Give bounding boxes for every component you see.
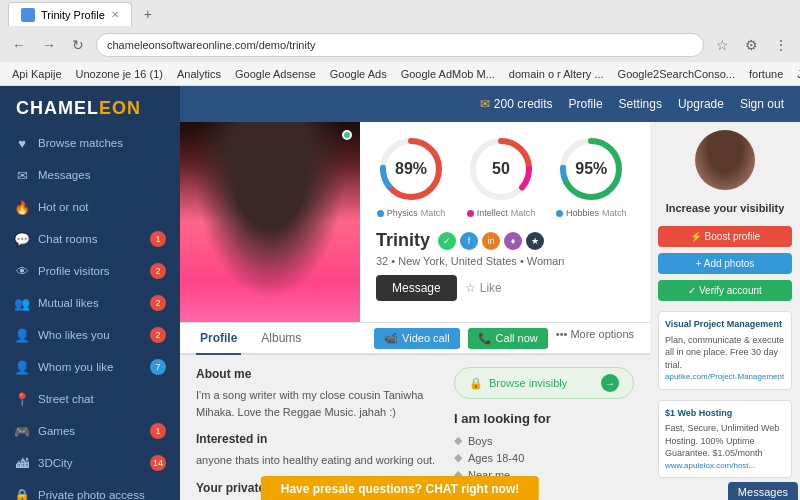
verify-account-btn[interactable]: ✓ Verify account: [658, 280, 792, 301]
sidebar-item-messages[interactable]: ✉ Messages: [0, 159, 180, 191]
bookmark-fortune[interactable]: fortune: [745, 68, 787, 80]
intellect-match: Match: [511, 208, 536, 218]
chat-rooms-badge: 1: [150, 231, 166, 247]
3dcity-badge: 14: [150, 455, 166, 471]
message-button[interactable]: Message: [376, 275, 457, 301]
sidebar-item-mutual-likes[interactable]: 👥 Mutual likes 2: [0, 287, 180, 319]
sidebar-item-chat-rooms[interactable]: 💬 Chat rooms 1: [0, 223, 180, 255]
sidebar-item-who-likes-you[interactable]: 👤 Who likes you 2: [0, 319, 180, 351]
chat-icon: 💬: [14, 231, 30, 247]
reload-btn[interactable]: ↻: [68, 35, 88, 55]
hobbies-text: Hobbies: [566, 208, 599, 218]
bookmark-adsense[interactable]: Google Adsense: [231, 68, 320, 80]
incognito-icon: 🔒: [469, 377, 483, 390]
more-options-btn[interactable]: ••• More options: [556, 328, 634, 349]
sidebar-item-games[interactable]: 🎮 Games 1: [0, 415, 180, 447]
bullet-2: ◆: [454, 451, 462, 464]
sidebar-label-visitors: Profile visitors: [38, 265, 110, 277]
bookmark-search[interactable]: Google2SearchConso...: [614, 68, 739, 80]
add-photos-btn[interactable]: + Add photos: [658, 253, 792, 274]
active-tab[interactable]: Trinity Profile ✕: [8, 2, 132, 26]
intellect-label: Intellect Match: [467, 208, 536, 218]
url-text: chameleonsoftwareonline.com/demo/trinity: [107, 39, 316, 51]
photo-silhouette: [180, 122, 360, 322]
menu-btn[interactable]: ⋮: [770, 35, 792, 55]
about-title: About me: [196, 367, 438, 381]
bullet-1: ◆: [454, 434, 462, 447]
messages-widget-btn[interactable]: Messages: [728, 482, 798, 500]
video-icon: 📹: [384, 332, 398, 345]
whom-badge: 7: [150, 359, 166, 375]
browse-invisibly-label: Browse invisibly: [489, 377, 567, 389]
who-likes-icon: 👤: [14, 327, 30, 343]
tab-albums[interactable]: Albums: [257, 323, 305, 355]
games-icon: 🎮: [14, 423, 30, 439]
back-btn[interactable]: ←: [8, 35, 30, 55]
social-icon-1[interactable]: ✓: [438, 232, 456, 250]
viewer-avatar: [695, 130, 755, 190]
sidebar-item-browse-matches[interactable]: ♥ Browse matches: [0, 127, 180, 159]
main-content: ✉ 200 credits Profile Settings Upgrade S…: [180, 86, 800, 500]
like-button[interactable]: ☆ Like: [465, 281, 502, 295]
boost-profile-btn[interactable]: ⚡ Boost profile: [658, 226, 792, 247]
bookmark-admob[interactable]: Google AdMob M...: [397, 68, 499, 80]
interested-title: Interested in: [196, 432, 438, 446]
bookmark-apis[interactable]: Api Kapije: [8, 68, 66, 80]
settings-link[interactable]: Settings: [619, 97, 662, 111]
sidebar-label-who: Who likes you: [38, 329, 110, 341]
upgrade-link[interactable]: Upgrade: [678, 97, 724, 111]
sidebar-item-profile-visitors[interactable]: 👁 Profile visitors 2: [0, 255, 180, 287]
tab-favicon: [21, 8, 35, 22]
social-icon-2[interactable]: f: [460, 232, 478, 250]
physics-label: Physics Match: [377, 208, 446, 218]
ad1-text: Plan, communicate & execute all in one p…: [665, 334, 785, 372]
bookmark-btn[interactable]: ☆: [712, 35, 733, 55]
sidebar-item-street-chat[interactable]: 📍 Street chat: [0, 383, 180, 415]
extensions-btn[interactable]: ⚙: [741, 35, 762, 55]
sidebar-label-3d: 3DCity: [38, 457, 73, 469]
bookmark-domain[interactable]: domain o r Altery ...: [505, 68, 608, 80]
coin-icon: ✉: [480, 97, 490, 111]
bookmark-ads[interactable]: Google Ads: [326, 68, 391, 80]
social-icon-4[interactable]: ♦: [504, 232, 522, 250]
sidebar-item-private-photo[interactable]: 🔒 Private photo access: [0, 479, 180, 500]
call-now-label: Call now: [496, 332, 538, 344]
messages-icon: ✉: [14, 167, 30, 183]
bookmark-jimcredit[interactable]: JimCredit Bank Surp...: [793, 68, 800, 80]
sidebar-label-chat: Chat rooms: [38, 233, 97, 245]
ad1-link[interactable]: apulike.com/Project-Management: [665, 371, 785, 382]
new-tab-btn[interactable]: +: [136, 2, 160, 26]
bookmark-analytics[interactable]: Analytics: [173, 68, 225, 80]
looking-ages-label: Ages 18-40: [468, 452, 524, 464]
chat-notification-bar[interactable]: Have presale questions? CHAT right now!: [261, 476, 539, 500]
about-section: About me I'm a song writer with my close…: [196, 367, 438, 420]
sidebar-item-hot-or-not[interactable]: 🔥 Hot or not: [0, 191, 180, 223]
mutual-icon: 👥: [14, 295, 30, 311]
credits-display[interactable]: ✉ 200 credits: [480, 97, 553, 111]
url-box[interactable]: chameleonsoftwareonline.com/demo/trinity: [96, 33, 704, 57]
phone-icon: 📞: [478, 332, 492, 345]
like-label: Like: [480, 281, 502, 295]
top-navigation-bar: ✉ 200 credits Profile Settings Upgrade S…: [180, 86, 800, 122]
browse-invisibly-btn[interactable]: 🔒 Browse invisibly →: [454, 367, 634, 399]
sidebar-item-whom-you-like[interactable]: 👤 Whom you like 7: [0, 351, 180, 383]
forward-btn[interactable]: →: [38, 35, 60, 55]
ad2-link[interactable]: www.apulelox.com/host...: [665, 460, 785, 471]
tab-profile[interactable]: Profile: [196, 323, 241, 355]
ad1-title: Visual Project Management: [665, 318, 785, 331]
social-icon-5[interactable]: ★: [526, 232, 544, 250]
sidebar-item-3dcity[interactable]: 🏙 3DCity 14: [0, 447, 180, 479]
social-icon-3[interactable]: in: [482, 232, 500, 250]
hobbies-label: Hobbies Match: [556, 208, 627, 218]
signout-link[interactable]: Sign out: [740, 97, 784, 111]
sidebar-label-whom: Whom you like: [38, 361, 113, 373]
physics-value: 89%: [395, 160, 427, 178]
call-now-btn[interactable]: 📞 Call now: [468, 328, 548, 349]
profile-area: 89% Physics Match: [180, 122, 800, 500]
profile-link[interactable]: Profile: [569, 97, 603, 111]
bookmark-unozone[interactable]: Unozone je 16 (1): [72, 68, 167, 80]
tab-close-btn[interactable]: ✕: [111, 9, 119, 20]
ad-box-1: Visual Project Management Plan, communic…: [658, 311, 792, 390]
visitors-badge: 2: [150, 263, 166, 279]
video-call-btn[interactable]: 📹 Video call: [374, 328, 460, 349]
